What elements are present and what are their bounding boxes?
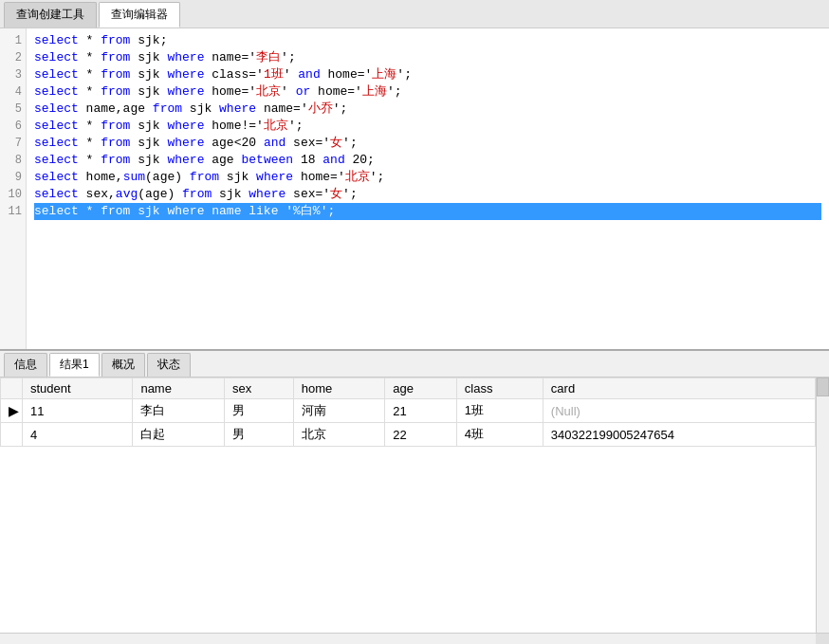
table-cell: 白起 — [133, 423, 225, 447]
code-line-1: select * from sjk; — [34, 32, 821, 49]
col-header-sex: sex — [225, 378, 294, 399]
table-cell: 4班 — [456, 423, 543, 447]
code-line-8: select * from sjk where age between 18 a… — [34, 152, 821, 169]
result-tab-状态[interactable]: 状态 — [147, 353, 191, 377]
bottom-panel: 信息结果1概况状态 studentnamesexhomeageclasscard… — [0, 351, 829, 644]
table-cell: (Null) — [543, 399, 815, 423]
result-tabs: 信息结果1概况状态 — [0, 351, 829, 377]
table-cell: 22 — [385, 423, 457, 447]
table-cell: 河南 — [293, 399, 385, 423]
col-header-name: name — [133, 378, 225, 399]
scroll-bottom[interactable] — [0, 633, 829, 644]
result-tab-信息[interactable]: 信息 — [4, 353, 47, 377]
table-cell: 1班 — [456, 399, 543, 423]
code-line-3: select * from sjk where class='1班' and h… — [34, 66, 821, 83]
results-table: studentnamesexhomeageclasscard▶11李白男河南21… — [0, 377, 816, 447]
code-line-11: select * from sjk where name like '%白%'; — [34, 203, 821, 220]
scroll-corner — [816, 634, 829, 645]
table-cell: 李白 — [133, 399, 225, 423]
col-header-age: age — [385, 378, 457, 399]
main-container: 1234567891011 select * from sjk;select *… — [0, 28, 829, 644]
table-cell: 北京 — [293, 423, 385, 447]
table-cell: 11 — [23, 399, 133, 423]
result-tab-结果1[interactable]: 结果1 — [49, 353, 100, 377]
table-cell: 男 — [225, 399, 294, 423]
scroll-right[interactable] — [816, 377, 829, 633]
tab-query-builder[interactable]: 查询创建工具 — [4, 2, 97, 28]
tab-query-editor[interactable]: 查询编辑器 — [99, 2, 180, 28]
table-cell: 男 — [225, 423, 294, 447]
line-numbers: 1234567891011 — [0, 28, 27, 349]
results-wrapper: studentnamesexhomeageclasscard▶11李白男河南21… — [0, 377, 829, 633]
results-area: studentnamesexhomeageclasscard▶11李白男河南21… — [0, 377, 816, 633]
code-line-9: select home,sum(age) from sjk where home… — [34, 169, 821, 186]
col-header-card: card — [543, 378, 815, 399]
editor-area: 1234567891011 select * from sjk;select *… — [0, 28, 829, 351]
table-row: ▶11李白男河南211班(Null) — [1, 399, 816, 423]
code-content[interactable]: select * from sjk;select * from sjk wher… — [27, 28, 829, 349]
tab-bar: 查询创建工具 查询编辑器 — [0, 0, 829, 28]
table-cell: 4 — [23, 423, 133, 447]
col-header-home: home — [293, 378, 385, 399]
table-cell: 340322199005247654 — [543, 423, 815, 447]
result-tab-概况[interactable]: 概况 — [101, 353, 145, 377]
table-row: 4白起男北京224班340322199005247654 — [1, 423, 816, 447]
code-line-7: select * from sjk where age<20 and sex='… — [34, 135, 821, 152]
scroll-thumb[interactable] — [817, 377, 829, 396]
code-line-4: select * from sjk where home='北京' or hom… — [34, 83, 821, 101]
col-header-student: student — [23, 378, 133, 399]
code-line-2: select * from sjk where name='李白'; — [34, 49, 821, 66]
table-cell: 21 — [385, 399, 457, 423]
code-line-10: select sex,avg(age) from sjk where sex='… — [34, 186, 821, 203]
col-header-class: class — [456, 378, 543, 399]
code-line-6: select * from sjk where home!='北京'; — [34, 118, 821, 135]
code-line-5: select name,age from sjk where name='小乔'… — [34, 101, 821, 118]
